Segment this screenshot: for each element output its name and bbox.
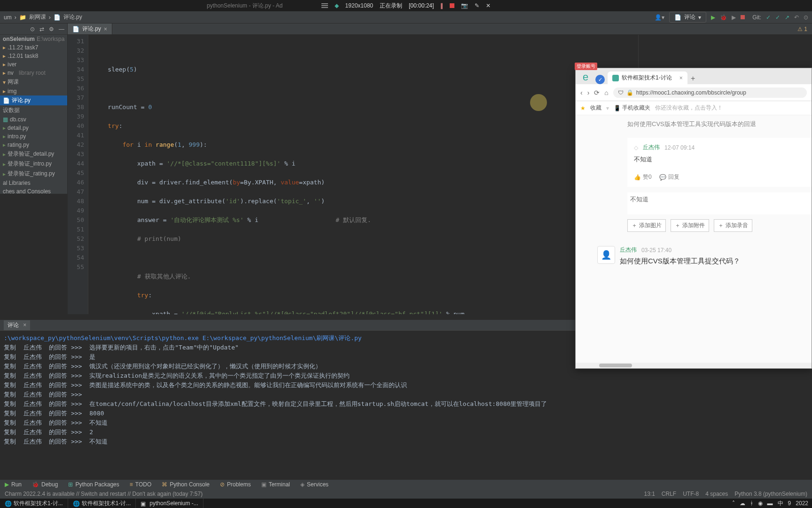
tool-problems[interactable]: ⊘Problems — [220, 481, 251, 488]
forward-icon[interactable]: › — [587, 89, 590, 96]
star-icon[interactable]: ★ — [580, 105, 586, 111]
status-line-ending[interactable]: CRLF — [662, 491, 676, 497]
editor-tab[interactable]: 📄 评论.py × — [68, 24, 112, 34]
tool-run[interactable]: ▶Run — [5, 481, 22, 488]
status-encoding[interactable]: UTF-8 — [683, 491, 699, 497]
back-icon[interactable]: ‹ — [580, 89, 583, 96]
tree-item[interactable]: ▸iver — [0, 60, 67, 69]
tray-ime[interactable]: 中 — [778, 500, 783, 508]
tree-item[interactable]: ▸登录验证_rating.py — [0, 169, 67, 179]
editor-warning-indicator[interactable]: ⚠ 1 — [797, 26, 807, 32]
run-button-icon[interactable]: ▶ — [711, 14, 715, 21]
tray-time[interactable]: 9 — [788, 500, 791, 507]
reply-button[interactable]: 💬回复 — [659, 173, 679, 181]
add-image-button[interactable]: ＋添加图片 — [627, 219, 666, 232]
search-icon[interactable]: ⊙ — [804, 14, 808, 21]
stop-button-icon[interactable] — [741, 15, 745, 19]
git-update-icon[interactable]: ✓ — [766, 14, 771, 21]
tray-cloud-icon[interactable]: ☁ — [740, 500, 745, 507]
tree-item[interactable]: ▸.12.01 task8 — [0, 52, 67, 60]
tool-packages[interactable]: ⊞Python Packages — [68, 481, 119, 488]
status-interpreter[interactable]: Python 3.8 (pythonSelenium) — [734, 491, 807, 497]
post-title[interactable]: 如何使用CVS版本管理工具提交代码？ — [620, 257, 812, 266]
git-push-icon[interactable]: ↗ — [785, 14, 789, 21]
browser-logo-icon[interactable]: e — [578, 70, 593, 84]
hide-icon[interactable]: — — [59, 26, 64, 32]
close-tab-icon[interactable]: × — [104, 26, 107, 32]
user-icon[interactable]: 👤▾ — [655, 14, 664, 21]
horizontal-scrollbar[interactable] — [576, 363, 812, 368]
close-tab-icon[interactable]: × — [679, 75, 683, 81]
bookmark-item[interactable]: 📱手机收藏夹 — [614, 104, 650, 112]
tray-wechat-icon[interactable]: ◉ — [758, 500, 763, 507]
select-opened-icon[interactable]: ⊙ — [30, 26, 35, 32]
run-tab[interactable]: 评论 × — [4, 320, 30, 330]
git-commit-icon[interactable]: ✓ — [775, 14, 780, 21]
close-icon[interactable]: × — [23, 322, 26, 328]
stop-icon[interactable] — [450, 3, 454, 8]
camera-icon[interactable]: 📷 — [461, 2, 468, 9]
taskbar-item[interactable]: 🌐软件框架技术1-讨... — [0, 499, 68, 508]
tool-services[interactable]: ◈Services — [300, 481, 328, 488]
browser-content[interactable]: 如何使用CVS版本管理工具实现代码版本的回退 ◇ 丘杰伟 12-07 09:14… — [576, 115, 812, 368]
breadcrumb-file[interactable]: 评论.py — [63, 13, 82, 21]
tool-todo[interactable]: ≡TODO — [130, 481, 151, 488]
menu-icon[interactable] — [321, 3, 328, 8]
taskbar-item[interactable]: 🌐软件框架技术1-讨... — [68, 499, 136, 508]
url-input[interactable]: 🛡 🔒 https://mooc1.chaoxing.com/bbscircle… — [613, 87, 807, 98]
gear-icon[interactable]: ⚙ — [49, 26, 54, 32]
browser-tab[interactable]: 软件框架技术1-讨论 × — [608, 71, 687, 84]
tree-item[interactable]: ▸detail.py — [0, 124, 67, 132]
breadcrumb-folder[interactable]: 刷网课 — [29, 13, 46, 21]
home-icon[interactable]: ⌂ — [604, 89, 608, 96]
close-icon[interactable]: ✕ — [486, 2, 491, 9]
tool-debug[interactable]: 🐞Debug — [32, 481, 58, 488]
tree-item[interactable]: ▸intro.py — [0, 132, 67, 141]
reply-author[interactable]: 丘杰伟 — [643, 143, 660, 151]
pause-icon[interactable]: ‖ — [440, 2, 443, 9]
project-tree[interactable]: onSelenium E:\workspa ▸.11.22 task7 ▸.12… — [0, 35, 67, 196]
tray-date[interactable]: 2022 — [796, 500, 808, 507]
new-tab-button[interactable]: + — [687, 73, 699, 84]
login-badge[interactable]: 登录账号 — [575, 63, 597, 70]
favorites-label[interactable]: 收藏 — [590, 104, 601, 112]
tray-bluetooth-icon[interactable]: ᚼ — [750, 500, 753, 507]
post-author[interactable]: 丘杰伟 — [620, 246, 637, 254]
scrollbar-thumb[interactable] — [599, 364, 632, 367]
tree-root[interactable]: onSelenium E:\workspa — [0, 35, 67, 43]
tree-item[interactable]: ▾网课 — [0, 77, 67, 87]
git-history-icon[interactable]: ↶ — [794, 14, 799, 21]
like-button[interactable]: 👍赞0 — [634, 173, 652, 181]
status-indent[interactable]: 4 spaces — [705, 491, 728, 497]
reply-textarea[interactable] — [627, 192, 812, 213]
taskbar-item[interactable]: ▣pythonSelenium -... — [136, 499, 203, 508]
breadcrumb-root[interactable]: um — [4, 14, 12, 21]
status-caret-pos[interactable]: 13:1 — [644, 491, 655, 497]
add-attachment-button[interactable]: ＋添加附件 — [671, 219, 709, 232]
coverage-icon[interactable]: ▶ — [732, 14, 736, 21]
tree-item[interactable]: ▸nv library root — [0, 69, 67, 77]
tree-item[interactable]: ▸登录验证_detail.py — [0, 149, 67, 159]
reload-icon[interactable]: ⟳ — [594, 89, 600, 96]
tree-item[interactable]: ches and Consoles — [0, 187, 67, 196]
post-item[interactable]: 👤 丘杰伟 03-25 17:40 如何使用CVS版本管理工具提交代码？ — [597, 246, 812, 266]
tool-terminal[interactable]: ▣Terminal — [261, 481, 290, 488]
debug-button-icon[interactable]: 🐞 — [720, 14, 727, 21]
edit-icon[interactable]: ✎ — [475, 2, 479, 9]
tree-item[interactable]: ▸rating.py — [0, 141, 67, 149]
verify-icon[interactable]: ✓ — [595, 75, 605, 84]
tray-battery-icon[interactable]: ▬ — [767, 500, 773, 507]
tree-item[interactable]: al Libraries — [0, 179, 67, 187]
tool-python-console[interactable]: ⌘Python Console — [162, 481, 210, 488]
tree-item[interactable]: 设数据 — [0, 105, 67, 115]
tree-item-selected[interactable]: 📄评论.py — [0, 95, 67, 105]
tray-up-icon[interactable]: ˄ — [732, 500, 735, 507]
run-config-selector[interactable]: 📄 评论 ▾ — [669, 12, 706, 23]
status-message[interactable]: Charm 2022.2.4 is available // Switch an… — [5, 491, 203, 497]
tree-item[interactable]: ▸.11.22 task7 — [0, 43, 67, 52]
add-audio-button[interactable]: ＋添加录音 — [714, 219, 752, 232]
tree-item[interactable]: ▦db.csv — [0, 115, 67, 124]
tree-item[interactable]: ▸登录验证_intro.py — [0, 159, 67, 169]
tree-item[interactable]: ▸img — [0, 87, 67, 95]
expand-icon[interactable]: ⇄ — [39, 26, 44, 32]
